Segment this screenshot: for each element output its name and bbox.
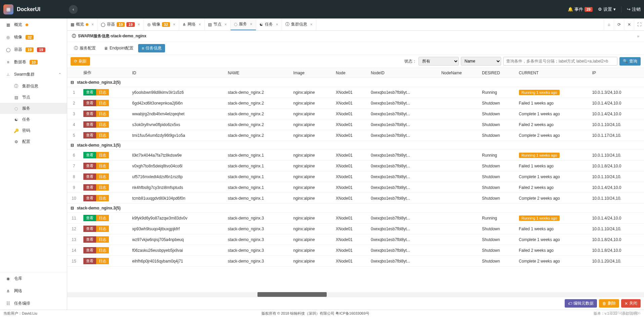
sidebar-sub-1[interactable]: ▤节点: [0, 92, 67, 103]
table-row[interactable]: 6查看日志l0kt7lx4044a7fa7tz8kdsw9estack-demo…: [67, 150, 644, 161]
view-button[interactable]: 查看: [83, 247, 96, 253]
tab-1[interactable]: ◯容器1919×: [97, 18, 144, 30]
table-row[interactable]: 3查看日志wwabjrg2ndb4fxm4elzqeqhetstack-demo…: [67, 109, 644, 119]
view-button[interactable]: 查看: [83, 258, 96, 264]
log-button[interactable]: 日志: [96, 247, 109, 253]
table-wrap[interactable]: 操作IDNAMEImageNodeNodeIDNodeNameDESIREDCU…: [67, 68, 644, 292]
column-header-4[interactable]: Image: [291, 68, 333, 78]
column-header-5[interactable]: Node: [333, 68, 368, 78]
sidebar-bottom-2[interactable]: ☷任务编排: [0, 297, 67, 310]
search-input[interactable]: [503, 57, 617, 66]
tab-close-icon[interactable]: ×: [91, 22, 94, 27]
sidebar-item-0[interactable]: ▦概览: [0, 18, 67, 31]
settings-button[interactable]: ⚙ 设置 ▾: [598, 6, 616, 12]
collapse-icon[interactable]: ⊟: [70, 143, 75, 148]
scrollbar-thumb[interactable]: [257, 292, 327, 297]
search-button[interactable]: 🔍 查询: [619, 57, 641, 66]
home-button[interactable]: ⌂: [604, 18, 614, 31]
tab-close-icon[interactable]: ×: [276, 22, 278, 27]
table-row[interactable]: 15查看日志eihfh6p0jr4016qybam0q4j71stack-dem…: [67, 256, 644, 267]
view-button[interactable]: 查看: [83, 195, 96, 201]
tab-0[interactable]: ▦概览×: [67, 18, 97, 30]
subtab-0[interactable]: ⓘ服务配置: [71, 44, 99, 52]
refresh-button[interactable]: ⟳ 刷新: [71, 57, 90, 66]
state-select[interactable]: 所有: [418, 57, 459, 66]
log-button[interactable]: 日志: [96, 173, 109, 180]
log-button[interactable]: 日志: [96, 195, 109, 201]
tab-7[interactable]: ⓘ集群信息×: [282, 18, 316, 30]
sidebar-item-3[interactable]: ≡数据卷10: [0, 56, 67, 68]
column-header-6[interactable]: NodeID: [368, 68, 439, 78]
log-button[interactable]: 日志: [96, 89, 109, 95]
table-row[interactable]: 10查看日志tcmb81uuqgdvt80k104pd6f0nstack-dem…: [67, 193, 644, 204]
table-row[interactable]: 5查看日志tmi1fuu54um6zdy96t9gv1o5astack-demo…: [67, 130, 644, 141]
log-button[interactable]: 日志: [96, 215, 109, 221]
log-button[interactable]: 日志: [96, 236, 109, 243]
fullscreen-button[interactable]: ⛶: [634, 18, 644, 31]
view-button[interactable]: 查看: [83, 163, 96, 169]
table-row[interactable]: 4查看日志s3ok0rylhvrw0flpido6zx5xsstack-demo…: [67, 119, 644, 130]
view-button[interactable]: 查看: [83, 121, 96, 128]
table-row[interactable]: 11查看日志k9fyk9d6y9o87azqw3m83dv0vstack-dem…: [67, 213, 644, 224]
log-button[interactable]: 日志: [96, 111, 109, 117]
sidebar-sub-4[interactable]: 🔑密码: [0, 125, 67, 136]
subtab-1[interactable]: 🖥Endpoint配置: [100, 44, 137, 52]
sidebar-sub-3[interactable]: ☯任务: [0, 114, 67, 125]
tab-close-icon[interactable]: ×: [173, 22, 175, 27]
sidebar-item-1[interactable]: ◎镜像32: [0, 31, 67, 43]
sidebar-item-4[interactable]: ⛬Swarm集群⌃: [0, 68, 67, 81]
group-row[interactable]: ⊟ stack-demo_nginx.1(5): [67, 141, 644, 150]
refresh-tab-button[interactable]: ⟳: [614, 18, 624, 31]
log-button[interactable]: 日志: [96, 163, 109, 169]
column-header-3[interactable]: NAME: [225, 68, 291, 78]
view-button[interactable]: 查看: [83, 173, 96, 180]
view-button[interactable]: 查看: [83, 111, 96, 117]
log-button[interactable]: 日志: [96, 184, 109, 191]
view-button[interactable]: 查看: [83, 152, 96, 158]
sidebar-bottom-0[interactable]: ◉仓库: [0, 272, 67, 285]
tab-6[interactable]: ☯任务×: [256, 18, 282, 30]
tab-close-icon[interactable]: ×: [225, 22, 227, 27]
tab-5[interactable]: ◌服务×: [231, 18, 256, 30]
column-header-9[interactable]: CURRENT: [516, 68, 590, 78]
column-header-0[interactable]: [67, 68, 81, 78]
sidebar-sub-0[interactable]: ⓘ集群信息: [0, 81, 67, 92]
log-button[interactable]: 日志: [96, 258, 109, 264]
table-row[interactable]: 8查看日志uf5716mxledt4dzsf6n1rsz8pstack-demo…: [67, 171, 644, 182]
sidebar-item-2[interactable]: ◯容器1919: [0, 43, 67, 56]
tab-4[interactable]: ▤节点×: [205, 18, 231, 30]
log-button[interactable]: 日志: [96, 152, 109, 158]
view-button[interactable]: 查看: [83, 184, 96, 191]
tab-2[interactable]: ◎镜像32×: [144, 18, 179, 30]
view-button[interactable]: 查看: [83, 236, 96, 243]
group-row[interactable]: ⊟ stack-demo_nginx.3(5): [67, 204, 644, 213]
column-header-2[interactable]: ID: [129, 68, 225, 78]
sidebar-sub-5[interactable]: ⚙配置: [0, 136, 67, 147]
events-button[interactable]: 🔔 事件 29: [568, 6, 593, 12]
column-header-8[interactable]: DESIRED: [479, 68, 516, 78]
view-button[interactable]: 查看: [83, 215, 96, 221]
tab-close-icon[interactable]: ×: [310, 22, 313, 27]
view-button[interactable]: 查看: [83, 89, 96, 95]
close-button[interactable]: ✕关闭: [621, 299, 641, 308]
table-row[interactable]: 1查看日志y6oolsbwn98d8kimv3ir1s5z6stack-demo…: [67, 87, 644, 98]
group-row[interactable]: ⊟ stack-demo_nginx.2(5): [67, 78, 644, 87]
edit-metadata-button[interactable]: 🏷编辑元数据: [565, 299, 597, 308]
tab-close-icon[interactable]: ×: [199, 22, 201, 27]
tab-close-icon[interactable]: ×: [250, 22, 252, 27]
tab-close-icon[interactable]: ×: [138, 22, 140, 27]
column-header-7[interactable]: NodeName: [439, 68, 479, 78]
collapse-icon[interactable]: ⊟: [70, 80, 75, 85]
table-row[interactable]: 12查看日志xp93wh9lsuqo4jtbuxgpjkfrfstack-dem…: [67, 224, 644, 234]
table-row[interactable]: 14查看日志f06zasku26eusbpyeb5jx8vaistack-dem…: [67, 245, 644, 256]
table-row[interactable]: 9查看日志nk4hfbs8g7cy3nzi8mfsptudsstack-demo…: [67, 182, 644, 193]
horizontal-scrollbar[interactable]: [67, 292, 644, 297]
sidebar-bottom-1[interactable]: ⋔网络: [0, 285, 67, 297]
subtab-2[interactable]: ≡任务信息: [138, 44, 165, 52]
column-header-1[interactable]: 操作: [81, 68, 129, 78]
delete-button[interactable]: 🗑删除: [599, 299, 619, 308]
table-row[interactable]: 2查看日志6gd42xd6lt3onepnkoa2j6i6nstack-demo…: [67, 98, 644, 109]
view-button[interactable]: 查看: [83, 226, 96, 232]
log-button[interactable]: 日志: [96, 226, 109, 232]
view-button[interactable]: 查看: [83, 100, 96, 106]
